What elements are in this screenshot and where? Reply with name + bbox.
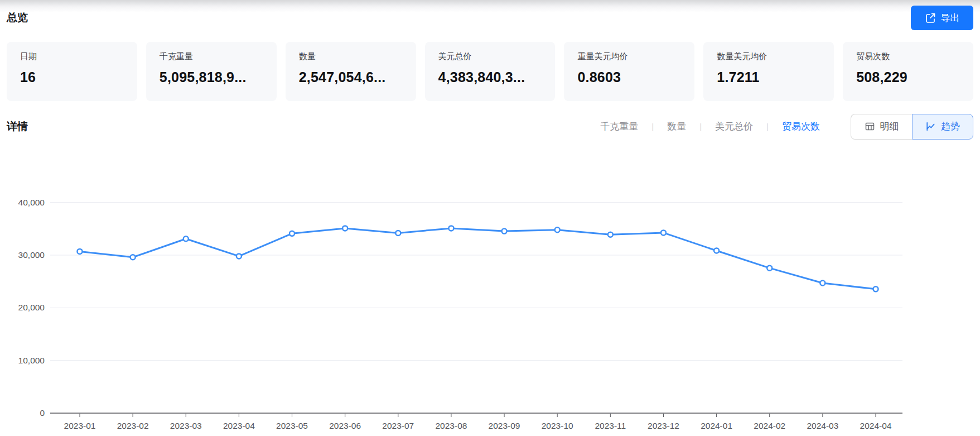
data-point xyxy=(608,232,613,237)
detail-header: 详情 千克重量|数量|美元总价|贸易次数 明细 xyxy=(7,113,973,140)
line-chart-icon xyxy=(925,121,936,132)
data-point xyxy=(661,230,666,235)
data-point xyxy=(448,226,453,231)
stat-card: 重量美元均价0.8603 xyxy=(564,42,694,101)
detail-view-label: 明细 xyxy=(880,120,899,133)
stat-card-label: 数量美元均价 xyxy=(717,51,822,62)
data-point xyxy=(78,249,83,254)
stat-card-label: 数量 xyxy=(299,51,404,62)
stat-card-value: 508,229 xyxy=(856,69,961,85)
data-point xyxy=(184,236,189,241)
data-point xyxy=(131,255,136,260)
page-header: 总览 导出 xyxy=(0,0,980,36)
x-axis-label: 2023-01 xyxy=(64,421,96,430)
view-toggle-group: 明细 趋势 xyxy=(851,114,973,140)
metric-tab-separator: | xyxy=(699,122,702,131)
data-point xyxy=(820,281,825,286)
detail-view-button[interactable]: 明细 xyxy=(851,114,912,140)
y-axis-label: 40,000 xyxy=(18,198,45,207)
data-point xyxy=(502,229,507,234)
stat-card-value: 0.8603 xyxy=(577,69,682,85)
x-axis-label: 2023-06 xyxy=(329,421,361,430)
export-icon xyxy=(925,12,936,23)
data-point xyxy=(714,248,719,253)
table-icon xyxy=(865,121,875,132)
stat-card: 数量美元均价1.7211 xyxy=(703,42,834,101)
stat-card-value: 1.7211 xyxy=(717,69,822,85)
x-axis-label: 2023-12 xyxy=(648,421,679,430)
y-axis-label: 0 xyxy=(40,408,45,418)
data-point xyxy=(342,226,347,231)
metric-tab-2[interactable]: 数量 xyxy=(667,120,686,133)
stat-card-label: 美元总价 xyxy=(438,51,543,62)
stat-card-label: 日期 xyxy=(20,51,125,62)
metric-tabs: 千克重量|数量|美元总价|贸易次数 xyxy=(600,120,820,133)
x-axis-label: 2024-02 xyxy=(754,421,785,430)
trend-view-button[interactable]: 趋势 xyxy=(912,114,973,140)
x-axis-label: 2023-11 xyxy=(595,421,626,430)
x-axis-label: 2023-10 xyxy=(542,421,573,430)
metric-tab-separator: | xyxy=(766,122,769,131)
y-axis-label: 30,000 xyxy=(18,250,45,260)
x-axis-label: 2024-03 xyxy=(807,421,838,430)
x-axis-label: 2023-09 xyxy=(489,421,520,430)
data-point xyxy=(555,227,560,232)
x-axis-label: 2023-05 xyxy=(276,421,308,430)
chart-canvas: 010,00020,00030,00040,0002023-012023-022… xyxy=(0,140,980,436)
stat-card-label: 千克重量 xyxy=(160,51,264,62)
detail-controls: 千克重量|数量|美元总价|贸易次数 明细 xyxy=(600,114,973,140)
metric-tab-separator: | xyxy=(651,122,654,131)
x-axis-label: 2023-03 xyxy=(170,421,202,430)
metric-tab-3[interactable]: 美元总价 xyxy=(715,120,753,133)
y-axis-label: 10,000 xyxy=(18,356,45,365)
x-axis-label: 2023-08 xyxy=(435,421,467,430)
page-title: 总览 xyxy=(7,11,28,25)
x-axis-label: 2023-04 xyxy=(223,421,255,430)
data-point xyxy=(767,266,772,271)
data-point xyxy=(236,253,242,258)
trend-line xyxy=(80,228,876,289)
data-point xyxy=(289,231,295,236)
stat-card: 贸易次数508,229 xyxy=(843,42,973,101)
detail-title: 详情 xyxy=(7,119,28,134)
trend-line-chart: 010,00020,00030,00040,0002023-012023-022… xyxy=(0,140,980,436)
stat-card-value: 16 xyxy=(20,69,125,85)
x-axis-label: 2024-04 xyxy=(860,421,892,430)
stat-card-label: 重量美元均价 xyxy=(577,51,682,62)
x-axis-label: 2023-02 xyxy=(117,421,149,430)
export-button[interactable]: 导出 xyxy=(911,6,973,30)
stat-card-value: 2,547,054,6... xyxy=(299,69,404,85)
stat-cards-row: 日期16千克重量5,095,818,9...数量2,547,054,6...美元… xyxy=(7,42,973,101)
data-point xyxy=(395,231,400,236)
metric-tab-1[interactable]: 千克重量 xyxy=(600,120,638,133)
stat-card-value: 4,383,840,3... xyxy=(438,69,543,85)
data-point xyxy=(873,286,878,291)
stat-card-label: 贸易次数 xyxy=(856,51,961,62)
metric-tab-4[interactable]: 贸易次数 xyxy=(782,120,820,133)
export-button-label: 导出 xyxy=(941,12,960,25)
stat-card: 千克重量5,095,818,9... xyxy=(146,42,277,101)
stat-card-value: 5,095,818,9... xyxy=(160,69,264,85)
stat-card: 数量2,547,054,6... xyxy=(286,42,416,101)
x-axis-label: 2024-01 xyxy=(701,421,732,430)
y-axis-label: 20,000 xyxy=(18,303,45,312)
stat-card: 日期16 xyxy=(7,42,137,101)
trend-view-label: 趋势 xyxy=(941,120,960,133)
stat-card: 美元总价4,383,840,3... xyxy=(425,42,556,101)
x-axis-label: 2023-07 xyxy=(382,421,414,430)
